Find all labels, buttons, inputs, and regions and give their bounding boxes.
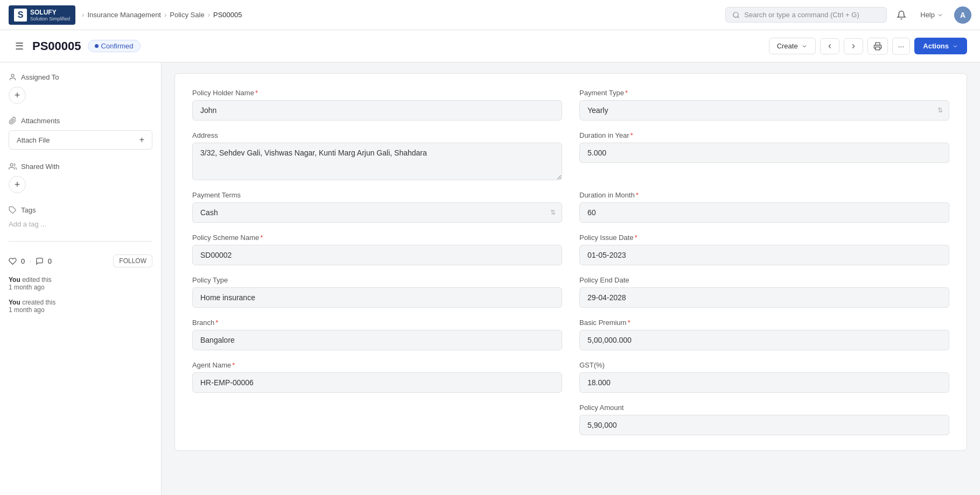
- likes-count: 0: [21, 257, 25, 265]
- print-button[interactable]: [867, 38, 888, 55]
- create-button[interactable]: Create: [769, 38, 816, 54]
- search-icon: [732, 11, 740, 19]
- payment-type-select-wrapper: Yearly Monthly Quarterly Half-Yearly: [579, 100, 949, 121]
- basic-premium-label: Basic Premium*: [579, 319, 949, 327]
- actions-button[interactable]: Actions: [914, 38, 967, 54]
- breadcrumb-chevron-1: ›: [82, 11, 84, 19]
- activity-log-item-1: You created this 1 month ago: [9, 299, 152, 314]
- breadcrumb-insurance[interactable]: Insurance Management: [87, 11, 161, 19]
- breadcrumb: › Insurance Management › Policy Sale › P…: [82, 11, 242, 19]
- policy-scheme-name-group: Policy Scheme Name*: [192, 234, 562, 265]
- attachments-section: Attachments Attach File +: [9, 117, 152, 150]
- activity-user-1: You: [9, 299, 20, 306]
- policy-issue-date-input[interactable]: [579, 245, 949, 265]
- agent-name-group: Agent Name*: [192, 361, 562, 393]
- hamburger-button[interactable]: ☰: [13, 38, 26, 54]
- policy-end-date-input[interactable]: [579, 287, 949, 308]
- users-icon: [9, 162, 17, 171]
- actions-label: Actions: [923, 42, 949, 50]
- payment-terms-select[interactable]: Cash Credit Cheque: [192, 202, 562, 223]
- top-navbar: S SOLUFY Solution Simplified › Insurance…: [0, 0, 980, 30]
- policy-amount-label: Policy Amount: [579, 404, 949, 412]
- add-tag-placeholder[interactable]: Add a tag ...: [9, 220, 46, 228]
- comments-count: 0: [48, 257, 52, 265]
- branch-label: Branch*: [192, 319, 562, 327]
- payment-type-label: Payment Type*: [579, 89, 949, 97]
- branch-input[interactable]: [192, 330, 562, 350]
- svg-point-0: [733, 12, 738, 17]
- policy-end-date-group: Policy End Date: [579, 276, 949, 308]
- assigned-to-label: Assigned To: [21, 73, 59, 81]
- search-bar: [725, 7, 887, 23]
- policy-scheme-name-input[interactable]: [192, 245, 562, 265]
- policy-holder-name-input[interactable]: [192, 100, 562, 121]
- svg-line-1: [738, 16, 739, 18]
- duration-month-input[interactable]: [579, 202, 949, 223]
- breadcrumb-chevron-3: ›: [208, 11, 210, 19]
- header-actions: Create ··· Actions: [769, 38, 967, 55]
- policy-issue-date-group: Policy Issue Date*: [579, 234, 949, 265]
- attachments-label: Attachments: [21, 117, 60, 125]
- attach-file-button[interactable]: Attach File +: [9, 130, 152, 150]
- breadcrumb-chevron-2: ›: [164, 11, 166, 19]
- status-dot: [95, 44, 99, 48]
- basic-premium-input[interactable]: [579, 330, 949, 350]
- activity-action-0: edited this: [22, 276, 52, 284]
- svg-point-4: [10, 164, 13, 166]
- breadcrumb-policy-sale[interactable]: Policy Sale: [170, 11, 204, 19]
- add-assigned-button[interactable]: +: [9, 87, 26, 104]
- logo: S SOLUFY Solution Simplified: [9, 5, 75, 25]
- basic-premium-group: Basic Premium*: [579, 319, 949, 350]
- attachments-header: Attachments: [9, 117, 152, 125]
- logo-s: S: [14, 9, 27, 22]
- logo-text: SOLUFY Solution Simplified: [30, 9, 70, 22]
- user-icon: [9, 73, 17, 81]
- more-options-button[interactable]: ···: [892, 38, 911, 55]
- activity-action-1: created this: [22, 299, 55, 306]
- activity-log-item-0: You edited this 1 month ago: [9, 276, 152, 291]
- address-input[interactable]: 3/32, Sehdev Gali, Vishwas Nagar, Kunti …: [192, 143, 562, 180]
- follow-button[interactable]: FOLLOW: [113, 254, 152, 267]
- avatar[interactable]: A: [954, 6, 971, 24]
- address-label: Address: [192, 131, 562, 139]
- status-badge: Confirmed: [88, 40, 141, 52]
- chevron-left-icon: [826, 43, 834, 50]
- status-label: Confirmed: [101, 42, 134, 50]
- svg-rect-2: [876, 47, 880, 49]
- prev-button[interactable]: [820, 38, 839, 54]
- payment-terms-group: Payment Terms Cash Credit Cheque: [192, 191, 562, 223]
- address-group: Address 3/32, Sehdev Gali, Vishwas Nagar…: [192, 131, 562, 180]
- printer-icon: [873, 42, 882, 51]
- duration-year-label: Duration in Year*: [579, 131, 949, 139]
- duration-year-input[interactable]: [579, 143, 949, 163]
- activity-time-1: 1 month ago: [9, 306, 152, 314]
- policy-type-input[interactable]: [192, 287, 562, 308]
- agent-name-input[interactable]: [192, 372, 562, 393]
- help-label: Help: [920, 11, 935, 19]
- form-grid: Policy Holder Name* Payment Type* Yearly…: [192, 89, 949, 435]
- next-button[interactable]: [844, 38, 863, 54]
- form-card: Policy Holder Name* Payment Type* Yearly…: [174, 73, 967, 451]
- dot-sep: ·: [29, 257, 31, 265]
- shared-with-header: Shared With: [9, 162, 152, 171]
- agent-name-label: Agent Name*: [192, 361, 562, 369]
- help-button[interactable]: Help: [916, 8, 948, 22]
- policy-end-date-label: Policy End Date: [579, 276, 949, 284]
- shared-with-section: Shared With +: [9, 162, 152, 193]
- policy-holder-name-label: Policy Holder Name*: [192, 89, 562, 97]
- activity-section: 0 · 0 FOLLOW You edited this 1 month ago…: [9, 252, 152, 314]
- add-shared-button[interactable]: +: [9, 176, 26, 193]
- policy-amount-input[interactable]: [579, 415, 949, 435]
- policy-amount-group: Policy Amount: [579, 404, 949, 435]
- tags-section: Tags Add a tag ...: [9, 206, 152, 228]
- gst-input[interactable]: [579, 372, 949, 393]
- payment-type-group: Payment Type* Yearly Monthly Quarterly H…: [579, 89, 949, 121]
- search-input[interactable]: [744, 11, 880, 19]
- duration-month-label: Duration in Month*: [579, 191, 949, 199]
- actions-chevron-icon: [952, 43, 958, 49]
- notification-button[interactable]: [893, 7, 909, 23]
- gst-label: GST(%): [579, 361, 949, 369]
- payment-type-select[interactable]: Yearly Monthly Quarterly Half-Yearly: [579, 100, 949, 121]
- chevron-right-icon: [850, 43, 857, 50]
- policy-holder-name-group: Policy Holder Name*: [192, 89, 562, 121]
